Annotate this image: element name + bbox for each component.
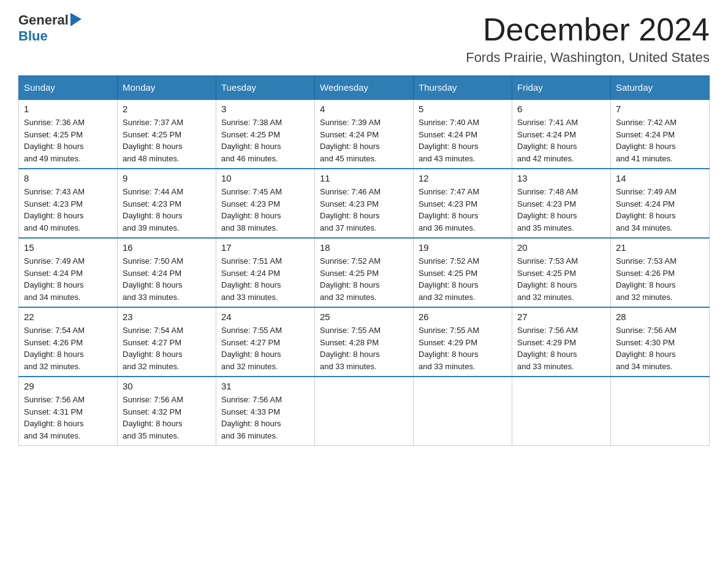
day-number: 8 [24, 173, 112, 183]
location-title: Fords Prairie, Washington, United States [466, 50, 710, 66]
day-info: Sunrise: 7:44 AM Sunset: 4:23 PM Dayligh… [123, 186, 211, 234]
day-info: Sunrise: 7:54 AM Sunset: 4:26 PM Dayligh… [24, 324, 112, 372]
week-row-3: 15 Sunrise: 7:49 AM Sunset: 4:24 PM Dayl… [19, 238, 710, 307]
svg-marker-0 [70, 13, 82, 26]
day-number: 25 [320, 312, 408, 322]
calendar-cell [611, 377, 710, 446]
weekday-header-row: SundayMondayTuesdayWednesdayThursdayFrid… [19, 76, 710, 100]
day-info: Sunrise: 7:42 AM Sunset: 4:24 PM Dayligh… [616, 117, 704, 164]
calendar-cell: 29 Sunrise: 7:56 AM Sunset: 4:31 PM Dayl… [19, 377, 118, 446]
weekday-header-friday: Friday [512, 76, 611, 100]
day-info: Sunrise: 7:37 AM Sunset: 4:25 PM Dayligh… [123, 117, 211, 164]
logo-blue: Blue [18, 28, 48, 44]
calendar-cell: 19 Sunrise: 7:52 AM Sunset: 4:25 PM Dayl… [414, 238, 512, 307]
weekday-header-thursday: Thursday [414, 76, 512, 100]
calendar-cell: 23 Sunrise: 7:54 AM Sunset: 4:27 PM Dayl… [118, 307, 216, 377]
calendar-cell: 1 Sunrise: 7:36 AM Sunset: 4:25 PM Dayli… [19, 99, 118, 169]
day-number: 10 [221, 173, 309, 183]
month-title: December 2024 [466, 12, 710, 47]
week-row-1: 1 Sunrise: 7:36 AM Sunset: 4:25 PM Dayli… [19, 99, 710, 169]
day-info: Sunrise: 7:40 AM Sunset: 4:24 PM Dayligh… [419, 117, 507, 164]
calendar-cell: 18 Sunrise: 7:52 AM Sunset: 4:25 PM Dayl… [315, 238, 414, 307]
day-info: Sunrise: 7:56 AM Sunset: 4:32 PM Dayligh… [123, 394, 211, 442]
day-number: 9 [123, 173, 211, 183]
day-number: 7 [616, 104, 704, 114]
day-info: Sunrise: 7:45 AM Sunset: 4:23 PM Dayligh… [221, 186, 309, 234]
day-info: Sunrise: 7:56 AM Sunset: 4:29 PM Dayligh… [517, 324, 605, 372]
day-number: 21 [616, 242, 704, 253]
day-number: 16 [123, 242, 211, 253]
day-number: 30 [123, 381, 211, 391]
calendar-cell: 14 Sunrise: 7:49 AM Sunset: 4:24 PM Dayl… [611, 169, 710, 238]
day-number: 4 [320, 104, 408, 114]
weekday-header-wednesday: Wednesday [315, 76, 414, 100]
day-info: Sunrise: 7:56 AM Sunset: 4:31 PM Dayligh… [24, 394, 112, 442]
calendar-cell: 16 Sunrise: 7:50 AM Sunset: 4:24 PM Dayl… [118, 238, 216, 307]
day-number: 5 [419, 104, 507, 114]
day-number: 26 [419, 312, 507, 322]
day-number: 31 [221, 381, 309, 391]
calendar-cell: 2 Sunrise: 7:37 AM Sunset: 4:25 PM Dayli… [118, 99, 216, 169]
day-info: Sunrise: 7:36 AM Sunset: 4:25 PM Dayligh… [24, 117, 112, 164]
day-number: 11 [320, 173, 408, 183]
day-info: Sunrise: 7:53 AM Sunset: 4:26 PM Dayligh… [616, 255, 704, 303]
weekday-header-tuesday: Tuesday [216, 76, 315, 100]
day-info: Sunrise: 7:52 AM Sunset: 4:25 PM Dayligh… [419, 255, 507, 303]
calendar-cell: 22 Sunrise: 7:54 AM Sunset: 4:26 PM Dayl… [19, 307, 118, 377]
day-info: Sunrise: 7:47 AM Sunset: 4:23 PM Dayligh… [419, 186, 507, 234]
calendar-cell: 20 Sunrise: 7:53 AM Sunset: 4:25 PM Dayl… [512, 238, 611, 307]
logo-triangle-icon [70, 13, 82, 26]
calendar-cell: 5 Sunrise: 7:40 AM Sunset: 4:24 PM Dayli… [414, 99, 512, 169]
day-number: 20 [517, 242, 605, 253]
calendar-table: SundayMondayTuesdayWednesdayThursdayFrid… [18, 75, 710, 446]
calendar-cell [512, 377, 611, 446]
weekday-header-sunday: Sunday [19, 76, 118, 100]
day-info: Sunrise: 7:56 AM Sunset: 4:33 PM Dayligh… [221, 394, 309, 442]
day-number: 6 [517, 104, 605, 114]
day-info: Sunrise: 7:38 AM Sunset: 4:25 PM Dayligh… [221, 117, 309, 164]
day-info: Sunrise: 7:51 AM Sunset: 4:24 PM Dayligh… [221, 255, 309, 303]
calendar-cell: 8 Sunrise: 7:43 AM Sunset: 4:23 PM Dayli… [19, 169, 118, 238]
day-info: Sunrise: 7:41 AM Sunset: 4:24 PM Dayligh… [517, 117, 605, 164]
title-area: December 2024 Fords Prairie, Washington,… [466, 12, 710, 66]
day-info: Sunrise: 7:39 AM Sunset: 4:24 PM Dayligh… [320, 117, 408, 164]
calendar-cell: 17 Sunrise: 7:51 AM Sunset: 4:24 PM Dayl… [216, 238, 315, 307]
calendar-cell: 21 Sunrise: 7:53 AM Sunset: 4:26 PM Dayl… [611, 238, 710, 307]
day-number: 13 [517, 173, 605, 183]
calendar-cell: 11 Sunrise: 7:46 AM Sunset: 4:23 PM Dayl… [315, 169, 414, 238]
calendar-cell [414, 377, 512, 446]
calendar-cell: 26 Sunrise: 7:55 AM Sunset: 4:29 PM Dayl… [414, 307, 512, 377]
week-row-5: 29 Sunrise: 7:56 AM Sunset: 4:31 PM Dayl… [19, 377, 710, 446]
day-number: 2 [123, 104, 211, 114]
day-info: Sunrise: 7:53 AM Sunset: 4:25 PM Dayligh… [517, 255, 605, 303]
calendar-cell: 13 Sunrise: 7:48 AM Sunset: 4:23 PM Dayl… [512, 169, 611, 238]
calendar-cell: 25 Sunrise: 7:55 AM Sunset: 4:28 PM Dayl… [315, 307, 414, 377]
day-info: Sunrise: 7:55 AM Sunset: 4:27 PM Dayligh… [221, 324, 309, 372]
day-number: 14 [616, 173, 704, 183]
day-info: Sunrise: 7:49 AM Sunset: 4:24 PM Dayligh… [616, 186, 704, 234]
day-number: 29 [24, 381, 112, 391]
day-info: Sunrise: 7:46 AM Sunset: 4:23 PM Dayligh… [320, 186, 408, 234]
day-number: 22 [24, 312, 112, 322]
day-info: Sunrise: 7:50 AM Sunset: 4:24 PM Dayligh… [123, 255, 211, 303]
week-row-2: 8 Sunrise: 7:43 AM Sunset: 4:23 PM Dayli… [19, 169, 710, 238]
day-info: Sunrise: 7:49 AM Sunset: 4:24 PM Dayligh… [24, 255, 112, 303]
day-number: 19 [419, 242, 507, 253]
weekday-header-saturday: Saturday [611, 76, 710, 100]
calendar-cell: 4 Sunrise: 7:39 AM Sunset: 4:24 PM Dayli… [315, 99, 414, 169]
day-info: Sunrise: 7:55 AM Sunset: 4:28 PM Dayligh… [320, 324, 408, 372]
calendar-cell: 7 Sunrise: 7:42 AM Sunset: 4:24 PM Dayli… [611, 99, 710, 169]
day-number: 3 [221, 104, 309, 114]
day-number: 1 [24, 104, 112, 114]
day-number: 27 [517, 312, 605, 322]
calendar-cell: 3 Sunrise: 7:38 AM Sunset: 4:25 PM Dayli… [216, 99, 315, 169]
day-info: Sunrise: 7:55 AM Sunset: 4:29 PM Dayligh… [419, 324, 507, 372]
day-number: 18 [320, 242, 408, 253]
calendar-cell: 12 Sunrise: 7:47 AM Sunset: 4:23 PM Dayl… [414, 169, 512, 238]
calendar-cell: 30 Sunrise: 7:56 AM Sunset: 4:32 PM Dayl… [118, 377, 216, 446]
week-row-4: 22 Sunrise: 7:54 AM Sunset: 4:26 PM Dayl… [19, 307, 710, 377]
calendar-cell: 27 Sunrise: 7:56 AM Sunset: 4:29 PM Dayl… [512, 307, 611, 377]
calendar-cell: 10 Sunrise: 7:45 AM Sunset: 4:23 PM Dayl… [216, 169, 315, 238]
calendar-cell: 28 Sunrise: 7:56 AM Sunset: 4:30 PM Dayl… [611, 307, 710, 377]
day-number: 23 [123, 312, 211, 322]
